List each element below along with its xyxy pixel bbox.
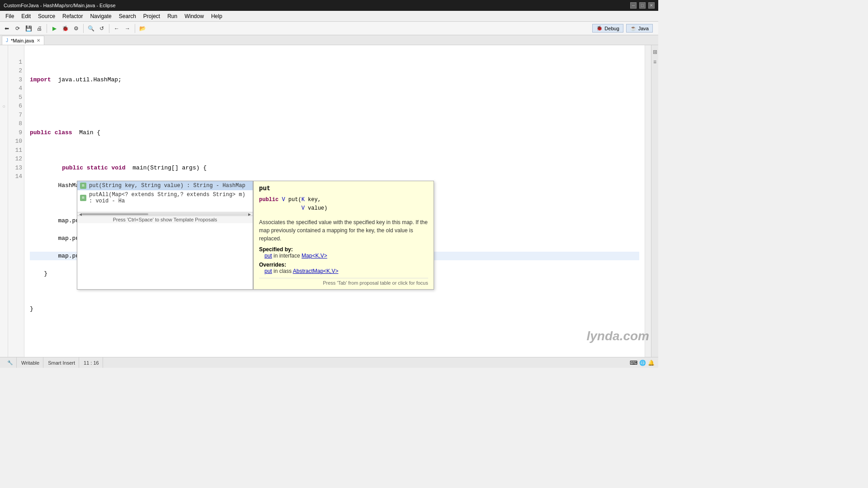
autocomplete-item-putall[interactable]: m putAll(Map<? extends String,? extends …: [77, 190, 253, 206]
code-line-3: [30, 111, 639, 120]
map-link[interactable]: put: [264, 253, 272, 259]
scroll-right-icon[interactable]: ▸: [248, 211, 251, 217]
autocomplete-item-put[interactable]: m put(String key, String value) : String…: [77, 181, 253, 190]
toolbar-back-btn[interactable]: ⬅: [2, 23, 12, 33]
right-scrollbar[interactable]: [645, 45, 651, 357]
code-line-blank: [30, 58, 639, 67]
status-notif-icon: 🔔: [648, 360, 655, 366]
javadoc-title: put: [259, 185, 428, 192]
code-line-1: import java.util.HashMap;: [30, 75, 639, 84]
status-right-icons: ⌨ 🌐 🔔: [630, 360, 655, 366]
toolbar-fwd-btn[interactable]: ⟳: [13, 23, 23, 33]
status-bar: 🔧 Writable Smart Insert 11 : 16 ⌨ 🌐 🔔: [0, 357, 658, 368]
menu-help[interactable]: Help: [208, 11, 226, 21]
side-icon-1[interactable]: ⊞: [653, 49, 657, 55]
abstract-put-link[interactable]: put: [264, 268, 272, 274]
method-icon-put: m: [80, 183, 86, 189]
autocomplete-text-putall: putAll(Map<? extends String,? extends St…: [89, 192, 250, 204]
toolbar-sep4: [135, 24, 135, 33]
menu-bar: File Edit Source Refactor Navigate Searc…: [0, 11, 658, 22]
toolbar-save-btn[interactable]: 💾: [24, 23, 33, 33]
autocomplete-footer: Press 'Ctrl+Space' to show Template Prop…: [77, 216, 253, 223]
java-file-icon: J: [6, 38, 8, 43]
status-icon: 🔧: [4, 357, 17, 368]
toolbar-sep1: [47, 24, 47, 33]
status-position: 11 : 16: [80, 357, 103, 368]
menu-file[interactable]: File: [2, 11, 18, 21]
left-margin: ○: [0, 45, 8, 357]
menu-project[interactable]: Project: [140, 11, 164, 21]
side-panel: ⊞ ≡: [651, 45, 658, 357]
menu-navigate[interactable]: Navigate: [86, 11, 115, 21]
javadoc-popup: put public V put(K key, V value) Associa…: [253, 181, 434, 290]
scroll-track: [82, 213, 248, 215]
title-bar-controls: ─ □ ✕: [630, 2, 655, 9]
toolbar-print-btn[interactable]: 🖨: [34, 23, 44, 33]
method-icon-putall: m: [80, 195, 86, 201]
code-line-2: [30, 93, 639, 102]
toolbar-prev-btn[interactable]: ←: [112, 23, 122, 33]
status-insert-mode: Smart Insert: [44, 357, 79, 368]
minimize-button[interactable]: ─: [630, 2, 637, 9]
watermark: lynda.com: [587, 329, 649, 343]
code-line-14: }: [30, 305, 639, 314]
toolbar-debug-btn[interactable]: 🐞: [60, 23, 70, 33]
toolbar-right: 🐞 Debug ☕ Java: [592, 24, 656, 33]
toolbar-run-btn[interactable]: ▶: [49, 23, 59, 33]
autocomplete-list: m put(String key, String value) : String…: [77, 181, 253, 290]
toolbar-search-btn[interactable]: 🔍: [86, 23, 96, 33]
javadoc-signature: public V put(K key, V value): [259, 196, 428, 213]
toolbar-next-btn[interactable]: →: [123, 23, 132, 33]
code-line-6: public static void main(String[] args) {: [30, 164, 639, 173]
status-writable: Writable: [18, 357, 43, 368]
side-icon-2[interactable]: ≡: [653, 59, 656, 65]
javadoc-overrides-label: Overrides:: [259, 262, 428, 268]
java-icon: ☕: [630, 25, 637, 31]
scroll-thumb[interactable]: [82, 213, 148, 215]
status-lang-icon: 🌐: [639, 360, 646, 366]
autocomplete-popup: m put(String key, String value) : String…: [77, 181, 434, 290]
collapse-arrow[interactable]: ○: [2, 103, 5, 109]
menu-search[interactable]: Search: [115, 11, 140, 21]
title-bar-text: CustomForJava - HashMap/src/Main.java - …: [4, 3, 116, 8]
toolbar-open-btn[interactable]: 📂: [137, 23, 147, 33]
java-label: Java: [638, 26, 649, 31]
debug-label: Debug: [604, 26, 619, 31]
debug-perspective-btn[interactable]: 🐞 Debug: [592, 24, 623, 33]
menu-refactor[interactable]: Refactor: [59, 11, 86, 21]
line-numbers: 1 2 3 4 5 6 7 8 9 10 11 12 13 14: [8, 45, 24, 357]
tab-close-btn[interactable]: ✕: [37, 38, 40, 43]
javadoc-footer: Press 'Tab' from proposal table or click…: [259, 278, 428, 286]
code-line-5: [30, 146, 639, 155]
java-perspective-btn[interactable]: ☕ Java: [626, 24, 653, 33]
editor-container: ○ 1 2 3 4 5 6 7 8 9 10 11 12 13 14 impor…: [0, 45, 658, 357]
abstract-map-link[interactable]: AbstractMap<K,V>: [293, 268, 339, 274]
toolbar-sep2: [83, 24, 84, 33]
toolbar-sep3: [109, 24, 109, 33]
autocomplete-scrollbar[interactable]: ◂ ▸: [77, 212, 253, 216]
toolbar: ⬅ ⟳ 💾 🖨 ▶ 🐞 ⚙ 🔍 ↺ ← → 📂 🐞 Debug ☕ Java: [0, 22, 658, 35]
menu-source[interactable]: Source: [34, 11, 59, 21]
debug-icon: 🐞: [596, 25, 603, 31]
javadoc-specified-label: Specified by:: [259, 246, 428, 253]
tab-main-java[interactable]: J *Main.java ✕: [2, 36, 44, 45]
autocomplete-text-put: put(String key, String value) : String -…: [89, 183, 245, 189]
menu-edit[interactable]: Edit: [18, 11, 34, 21]
toolbar-refresh-btn[interactable]: ↺: [97, 23, 107, 33]
title-bar: CustomForJava - HashMap/src/Main.java - …: [0, 0, 658, 11]
maximize-button[interactable]: □: [639, 2, 646, 9]
javadoc-specified-value: put in interface Map<K,V>: [264, 253, 428, 259]
javadoc-overrides-value: put in class AbstractMap<K,V>: [264, 268, 428, 274]
menu-run[interactable]: Run: [164, 11, 181, 21]
code-line-4: public class Main {: [30, 128, 639, 137]
status-keyboard-icon: ⌨: [630, 360, 637, 366]
tab-bar: J *Main.java ✕: [0, 35, 658, 45]
status-small-icon: 🔧: [7, 360, 13, 365]
javadoc-description: Associates the specified value with the …: [259, 218, 428, 243]
close-button[interactable]: ✕: [648, 2, 655, 9]
map-interface-link[interactable]: Map<K,V>: [302, 253, 327, 259]
toolbar-profile-btn[interactable]: ⚙: [71, 23, 81, 33]
menu-window[interactable]: Window: [181, 11, 208, 21]
tab-label: *Main.java: [11, 38, 34, 43]
